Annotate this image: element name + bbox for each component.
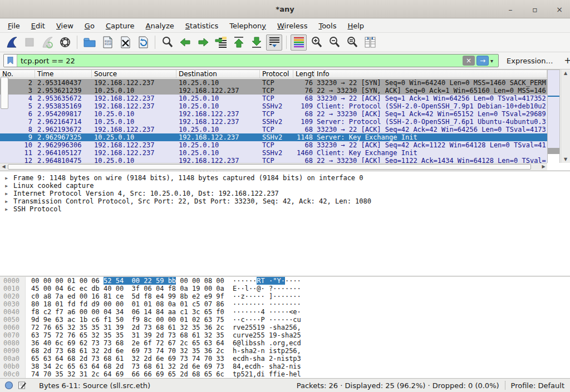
go-first-icon[interactable] — [230, 34, 247, 51]
column-header-source[interactable]: Source — [92, 70, 176, 78]
hscrollbar-thumb[interactable] — [8, 164, 531, 170]
hex-line-0050[interactable]: 00509d 9e 63 ac 1b c6 f1 50 f9 8c 00 00 … — [0, 316, 570, 324]
menu-telephony[interactable]: Telephony — [224, 20, 272, 32]
reload-file-icon[interactable] — [135, 34, 151, 51]
go-forward-icon[interactable] — [195, 34, 211, 51]
expander-icon[interactable]: ▸ — [4, 197, 13, 205]
status-profile[interactable]: Profile: Default — [511, 381, 570, 390]
packet-row-5[interactable]: 52.953835169192.168.122.23710.25.0.10SSH… — [0, 102, 547, 110]
capture-options-icon[interactable] — [57, 34, 73, 51]
hex-bytes[interactable]: 38 34 2c 65 63 64 68 2d 73 68 61 32 2d 6… — [31, 363, 224, 370]
intelligent-scrollbar-minimap[interactable] — [547, 70, 560, 163]
filter-apply-button[interactable]: → — [476, 56, 489, 66]
expert-info-icon[interactable] — [4, 381, 13, 390]
menu-analyze[interactable]: Analyze — [140, 20, 180, 32]
filter-clear-button[interactable]: × — [463, 56, 475, 66]
hex-bytes[interactable]: 72 76 65 32 35 35 31 39 2d 73 68 61 32 3… — [31, 324, 224, 331]
menu-wireless[interactable]: Wireless — [272, 20, 313, 32]
hex-ascii[interactable]: 84,ecdh- sha2-nis — [233, 363, 301, 370]
hex-line-00b0[interactable]: 00b038 34 2c 65 63 64 68 2d 73 68 61 32 … — [0, 363, 570, 370]
packet-row-11[interactable]: 112.964105127192.168.122.23710.25.0.10SS… — [0, 149, 547, 157]
hex-ascii[interactable]: 6@libssh .org,ecd — [233, 339, 301, 347]
zoom-out-icon[interactable] — [326, 34, 342, 51]
hex-line-0020[interactable]: 0020c0 a8 7a ed 00 16 81 ce 5d f8 e4 99 … — [0, 292, 570, 300]
menu-help[interactable]: Help — [342, 20, 370, 32]
hex-line-00c0[interactable]: 00c074 70 35 32 31 2c 64 69 66 66 69 65 … — [0, 370, 570, 378]
packet-row-10[interactable]: 102.962996306192.168.122.23710.25.0.10TC… — [0, 141, 547, 149]
detail-line-1[interactable]: ▸Linux cooked capture — [0, 182, 570, 190]
packet-list-hscrollbar[interactable]: ◀ ▶ — [0, 163, 547, 170]
hex-bytes[interactable]: 00 00 00 01 00 06 52 54 00 22 59 bb 00 0… — [31, 277, 224, 285]
filter-dropdown-caret[interactable]: ▾ — [490, 58, 498, 64]
hex-bytes[interactable]: 80 18 01 fd fd d9 00 00 01 01 08 0a 01 c… — [31, 300, 224, 308]
zoom-reset-icon[interactable] — [344, 34, 360, 51]
menu-view[interactable]: View — [51, 20, 79, 32]
open-file-icon[interactable] — [81, 34, 97, 51]
hex-ascii[interactable]: ··c····P ······cu — [233, 316, 301, 324]
title-bar[interactable]: *any – ▫ × — [0, 0, 570, 18]
menu-capture[interactable]: Capture — [100, 20, 140, 32]
minimize-icon[interactable]: – — [505, 5, 515, 14]
menu-go[interactable]: Go — [79, 20, 100, 32]
expander-icon[interactable]: ▸ — [4, 174, 13, 182]
hex-bytes[interactable]: f8 c2 f7 a6 00 00 04 34 06 14 84 aa c1 3… — [31, 308, 224, 316]
find-packet-icon[interactable] — [159, 34, 175, 51]
hex-line-0070[interactable]: 007063 75 72 76 65 32 35 35 31 39 2d 73 … — [0, 331, 570, 339]
maximize-icon[interactable]: ▫ — [530, 5, 540, 14]
hex-line-0090[interactable]: 009068 2d 73 68 61 32 2d 6e 69 73 74 70 … — [0, 347, 570, 355]
close-file-icon[interactable] — [117, 34, 133, 51]
menu-edit[interactable]: Edit — [26, 20, 51, 32]
hex-ascii[interactable]: ··z····· ]······· — [233, 292, 301, 300]
column-header-info[interactable]: Info — [315, 70, 547, 78]
vscrollbar-thumb[interactable] — [1, 77, 8, 109]
expander-icon[interactable]: ▸ — [4, 205, 13, 213]
display-filter-field[interactable]: tcp.port == 22 × → ▾ — [3, 54, 499, 67]
scroll-up-icon[interactable]: ▲ — [561, 70, 570, 77]
scroll-right-icon[interactable]: ▶ — [540, 163, 547, 170]
go-to-packet-icon[interactable] — [213, 34, 229, 51]
packet-row-6[interactable]: 62.95420981710.25.0.10192.168.122.237TCP… — [0, 110, 547, 118]
hex-bytes[interactable]: c0 a8 7a ed 00 16 81 ce 5d f8 e4 99 8b e… — [31, 292, 224, 300]
save-file-icon[interactable]: 01010110 — [99, 34, 115, 51]
hex-bytes[interactable]: 74 70 35 32 31 2c 64 69 66 66 69 65 2d 6… — [31, 370, 224, 378]
column-header-length[interactable]: Length — [293, 70, 315, 78]
hex-ascii[interactable]: ecdh-sha 2-nistp3 — [233, 355, 301, 363]
packet-row-8[interactable]: 82.962193672192.168.122.23710.25.0.10TCP… — [0, 126, 547, 133]
pane-splitter-handle[interactable]: ······ — [199, 169, 219, 174]
detail-line-2[interactable]: ▸Internet Protocol Version 4, Src: 10.25… — [0, 190, 570, 197]
expression-button[interactable]: Expression… — [507, 57, 553, 65]
packet-row-7[interactable]: 72.96216471410.25.0.10192.168.122.237SSH… — [0, 118, 547, 126]
scroll-down-icon[interactable]: ▼ — [561, 156, 570, 163]
menu-tools[interactable]: Tools — [313, 20, 342, 32]
close-icon[interactable]: × — [554, 5, 564, 14]
start-capture-icon[interactable] — [3, 34, 19, 51]
hex-ascii[interactable]: E··l··@· ?······· — [233, 285, 301, 292]
colorize-icon[interactable] — [291, 34, 307, 51]
hex-ascii[interactable]: ········ ········ — [233, 300, 301, 308]
menu-file[interactable]: File — [2, 20, 26, 32]
zoom-in-icon[interactable] — [308, 34, 325, 51]
hex-bytes[interactable]: 36 40 6c 69 62 73 73 68 2e 6f 72 67 2c 6… — [31, 339, 224, 347]
filter-add-button[interactable]: + — [564, 56, 570, 66]
hex-bytes[interactable]: 68 2d 73 68 61 32 2d 6e 69 73 74 70 32 3… — [31, 347, 224, 355]
hex-ascii[interactable]: curve255 19-sha25 — [233, 331, 301, 339]
scroll-left-icon[interactable]: ◀ — [0, 163, 7, 170]
capture-comment-icon[interactable] — [18, 381, 27, 390]
hex-bytes[interactable]: 9d 9e 63 ac 1b c6 f1 50 f9 8c 00 00 01 0… — [31, 316, 224, 324]
detail-line-4[interactable]: ▸SSH Protocol — [0, 205, 570, 213]
hex-line-00a0[interactable]: 00a065 63 64 68 2d 73 68 61 32 2d 6e 69 … — [0, 355, 570, 363]
hex-bytes[interactable]: 63 75 72 76 65 32 35 35 31 39 2d 73 68 6… — [31, 331, 224, 339]
hex-ascii[interactable]: ······RT ·"Y····· — [233, 277, 301, 285]
hex-ascii[interactable]: tp521,di ffie-hel — [233, 370, 301, 378]
hex-bytes[interactable]: 45 00 04 6c ec db 40 00 3f 06 04 f8 0a 1… — [31, 285, 224, 292]
hex-line-0080[interactable]: 008036 40 6c 69 62 73 73 68 2e 6f 72 67 … — [0, 339, 570, 347]
column-header-time[interactable]: Time — [35, 70, 92, 78]
column-header-protocol[interactable]: Protocol — [260, 70, 293, 78]
resize-columns-icon[interactable] — [362, 34, 378, 51]
go-back-icon[interactable] — [177, 34, 193, 51]
packet-row-2[interactable]: 22.953140437192.168.122.23710.25.0.10TCP… — [0, 79, 547, 87]
detail-line-3[interactable]: ▸Transmission Control Protocol, Src Port… — [0, 197, 570, 205]
hex-bytes[interactable]: 65 63 64 68 2d 73 68 61 32 2d 6e 69 73 7… — [31, 355, 224, 363]
expander-icon[interactable]: ▸ — [4, 190, 13, 197]
packet-row-12[interactable]: 122.96481047510.25.0.10192.168.122.237TC… — [0, 157, 547, 163]
